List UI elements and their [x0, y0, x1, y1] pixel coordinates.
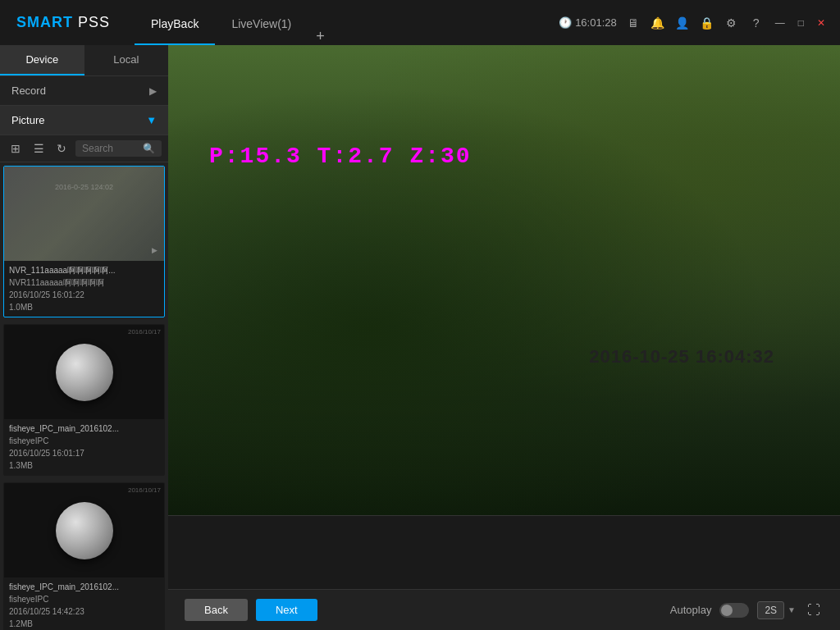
picture-section[interactable]: Picture ▼ [0, 106, 168, 135]
monitor-icon: 🖥 [625, 16, 641, 30]
tab-playback[interactable]: PlayBack [135, 0, 215, 45]
list-item[interactable]: 2016-0-25 124:02 ▶ NVR_111aaaaa啊啊啊啊啊... … [3, 166, 165, 317]
file-name: NVR_111aaaaa啊啊啊啊啊... [9, 264, 159, 276]
search-icon: 🔍 [143, 143, 155, 154]
close-button[interactable]: ✕ [815, 17, 828, 29]
minimize-button[interactable]: — [773, 17, 788, 29]
clock-icon: 🕐 [559, 16, 572, 29]
sidebar-tab-device[interactable]: Device [0, 45, 84, 75]
list-item[interactable]: 2016/10/17 fisheye_IPC_main_2016102... f… [3, 482, 165, 630]
autoplay-toggle[interactable] [719, 603, 749, 618]
file-thumbnail: 2016-0-25 124:02 ▶ [4, 167, 164, 261]
bell-icon: 🔔 [650, 16, 666, 30]
refresh-icon[interactable]: ↻ [52, 142, 71, 155]
file-size: 1.2MB [9, 618, 159, 630]
speed-selector: 2S ▼ [757, 601, 796, 619]
toggle-knob [721, 605, 733, 616]
fullscreen-button[interactable]: ⛶ [804, 600, 824, 621]
gear-icon[interactable]: ⚙ [724, 16, 740, 30]
record-section[interactable]: Record ▶ [0, 76, 168, 106]
app-logo: SMART PSS [0, 14, 126, 31]
chevron-down-icon[interactable]: ▼ [788, 605, 796, 614]
camera-dome-image [56, 502, 113, 559]
video-timeline [168, 515, 840, 589]
file-thumbnail: 2016/10/17 [4, 325, 164, 419]
list-icon[interactable]: ☰ [30, 142, 48, 155]
camera-dome-image [56, 344, 113, 401]
record-label: Record [11, 84, 46, 97]
sidebar-tab-local[interactable]: Local [84, 45, 169, 75]
back-button[interactable]: Back [185, 599, 248, 621]
file-toolbar: ⊞ ☰ ↻ 🔍 [0, 135, 168, 162]
list-item[interactable]: 2016/10/17 fisheye_IPC_main_2016102... f… [3, 324, 165, 476]
content-area: P:15.3 T:2.7 Z:30 2016-10-25 16:04:32 Ba… [168, 45, 840, 630]
grid-icon[interactable]: ⊞ [7, 142, 25, 155]
lock-icon[interactable]: 🔒 [699, 16, 715, 30]
file-name: fisheye_IPC_main_2016102... [9, 422, 159, 435]
picture-label: Picture [11, 114, 44, 126]
thumb-date-overlay: 2016-0-25 124:02 [55, 183, 113, 191]
search-input[interactable] [82, 143, 139, 154]
nav-buttons: Back Next [185, 599, 317, 621]
titlebar-right: 🕐 16:01:28 🖥 🔔 👤 🔒 ⚙ ? — □ ✕ [559, 16, 840, 30]
file-subname: fisheyeIPC [9, 593, 159, 605]
file-subname: fisheyeIPC [9, 435, 159, 447]
clock: 🕐 16:01:28 [559, 16, 617, 29]
tab-liveview[interactable]: LiveView(1) [215, 0, 308, 45]
file-list: 2016-0-25 124:02 ▶ NVR_111aaaaa啊啊啊啊啊... … [0, 162, 168, 630]
file-size: 1.0MB [9, 301, 159, 313]
search-bar: 🔍 [75, 140, 162, 157]
chevron-right-icon: ▶ [149, 85, 157, 97]
app-name-thin: PSS [73, 14, 110, 30]
bottom-controls: Back Next Autoplay 2S ▼ ⛶ [168, 589, 840, 630]
file-date: 2016/10/25 14:42:23 [9, 605, 159, 618]
video-timestamp: 2016-10-25 16:04:32 [589, 346, 774, 368]
autoplay-label: Autoplay [670, 604, 712, 616]
help-icon[interactable]: ? [748, 16, 765, 30]
video-player: P:15.3 T:2.7 Z:30 2016-10-25 16:04:32 [168, 45, 840, 515]
chevron-down-icon: ▼ [146, 114, 157, 126]
autoplay-area: Autoplay 2S ▼ ⛶ [670, 600, 824, 621]
sidebar-tabs: Device Local [0, 45, 168, 76]
main-layout: Device Local Record ▶ Picture ▼ ⊞ ☰ ↻ 🔍 [0, 45, 840, 630]
file-date: 2016/10/25 16:01:22 [9, 289, 159, 301]
sidebar: Device Local Record ▶ Picture ▼ ⊞ ☰ ↻ 🔍 [0, 45, 168, 630]
add-tab-button[interactable]: + [308, 28, 333, 45]
file-name: fisheye_IPC_main_2016102... [9, 581, 159, 593]
video-overlay-text: P:15.3 T:2.7 Z:30 [209, 144, 472, 169]
file-size: 1.3MB [9, 459, 159, 472]
clock-time: 16:01:28 [575, 16, 617, 29]
thumb-label: 2016/10/17 [128, 328, 161, 336]
user-icon[interactable]: 👤 [674, 16, 691, 30]
maximize-button[interactable]: □ [796, 17, 806, 29]
speed-value[interactable]: 2S [757, 601, 784, 619]
file-date: 2016/10/25 16:01:17 [9, 447, 159, 459]
app-name-bold: SMART [16, 14, 73, 30]
file-subname: NVR111aaaaa啊啊啊啊啊 [9, 276, 159, 289]
thumb-label: 2016/10/17 [128, 486, 161, 494]
titlebar: SMART PSS PlayBack LiveView(1) + 🕐 16:01… [0, 0, 840, 45]
file-thumbnail: 2016/10/17 [4, 483, 164, 578]
next-button[interactable]: Next [256, 599, 317, 621]
nav-tabs: PlayBack LiveView(1) + [135, 0, 333, 45]
